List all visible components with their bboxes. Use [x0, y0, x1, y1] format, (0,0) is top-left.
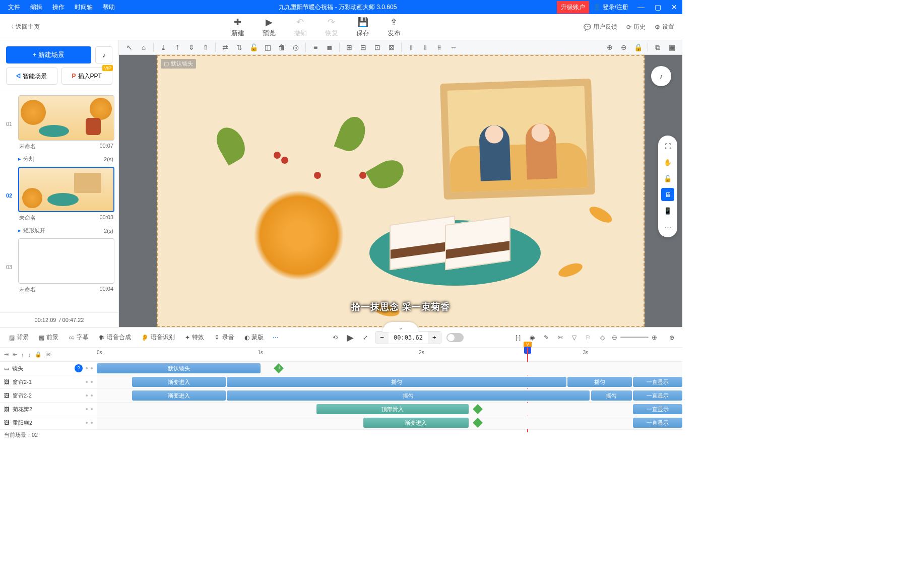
- background-button[interactable]: ▨ 背景: [6, 331, 32, 344]
- redo-button[interactable]: ↷恢复: [325, 17, 338, 38]
- clip-shake[interactable]: 摇匀: [567, 377, 632, 387]
- track-dot[interactable]: [86, 395, 88, 397]
- time-plus-button[interactable]: +: [428, 332, 441, 344]
- menu-file[interactable]: 文件: [4, 1, 24, 14]
- record-button[interactable]: 🎙 录音: [211, 331, 237, 344]
- track-label[interactable]: 🖼 重阳糕2: [0, 416, 97, 429]
- zoom-slider[interactable]: ⊖ ⊕: [612, 334, 657, 341]
- asr-button[interactable]: 👂 语音识别: [138, 331, 178, 344]
- clip-top-in[interactable]: 顶部滑入: [316, 404, 469, 414]
- arrange-icon[interactable]: ⊞: [343, 41, 356, 53]
- clip-fade-in[interactable]: 渐变进入: [132, 377, 226, 387]
- help-icon[interactable]: ?: [75, 364, 83, 372]
- track-label[interactable]: ▭ 镜头 ?: [0, 362, 97, 375]
- zoom-track[interactable]: [620, 337, 649, 338]
- eye-all-icon[interactable]: 👁: [46, 352, 51, 358]
- canvas-viewport[interactable]: ▢默认镜头 拾一抹思: [119, 55, 682, 327]
- filter-icon[interactable]: ▽: [570, 332, 579, 343]
- play-button[interactable]: ▶: [345, 330, 356, 345]
- menu-help[interactable]: 帮助: [99, 1, 119, 14]
- time-ruler[interactable]: 0s 1s 2s 3s V: [97, 348, 682, 361]
- zoom-in-icon[interactable]: ⊕: [652, 334, 657, 341]
- music-button[interactable]: ♪: [95, 46, 112, 63]
- more-button[interactable]: ⋯: [271, 332, 281, 343]
- keyframe-icon[interactable]: ◇: [598, 332, 607, 343]
- bracket-left-icon[interactable]: [·]: [514, 332, 523, 343]
- canvas-frame[interactable]: ▢默认镜头 拾一抹思: [157, 55, 645, 327]
- undo-button[interactable]: ↶撤销: [294, 17, 307, 38]
- smart-scene-button[interactable]: ᐊ智能场景: [6, 68, 57, 85]
- new-button[interactable]: ✚新建: [231, 17, 244, 38]
- camera-icon[interactable]: ◉: [528, 332, 537, 343]
- scene-thumbnail[interactable]: [18, 95, 114, 141]
- flip-h-icon[interactable]: ⇄: [219, 41, 232, 53]
- clip-fade-in[interactable]: 渐变进入: [132, 390, 226, 401]
- pointer-tool[interactable]: ↖: [123, 41, 136, 53]
- track-lane[interactable]: 渐变进入 一直显示: [97, 416, 682, 429]
- zoom-in-icon[interactable]: ⊕: [603, 41, 616, 53]
- snap-toggle[interactable]: [446, 333, 464, 342]
- fullscreen-icon[interactable]: ⛶: [661, 140, 674, 153]
- align-center-icon[interactable]: ≣: [323, 41, 336, 53]
- track-dot[interactable]: [86, 367, 88, 369]
- clip-shake[interactable]: 摇匀: [591, 390, 632, 401]
- effects-button[interactable]: ✦ 特效: [182, 331, 207, 344]
- track-dot[interactable]: [91, 395, 93, 397]
- lock-icon[interactable]: 🔓: [661, 172, 674, 185]
- more-icon[interactable]: ⋯: [661, 220, 674, 233]
- track-lane[interactable]: 顶部滑入 一直显示: [97, 403, 682, 416]
- spacing-icon[interactable]: ↔: [447, 41, 460, 53]
- scene-thumbnail[interactable]: [18, 167, 114, 212]
- spacing-icon[interactable]: ⫴: [405, 41, 418, 53]
- maximize-button[interactable]: ▢: [650, 1, 666, 13]
- clip-always[interactable]: 一直显示: [633, 390, 682, 401]
- clip-shake[interactable]: 摇匀: [227, 390, 590, 401]
- arrange-icon[interactable]: ⊠: [385, 41, 398, 53]
- history-link[interactable]: ⟳ 历史: [626, 23, 646, 31]
- delete-icon[interactable]: 🗑: [275, 41, 288, 53]
- mobile-icon[interactable]: 📱: [661, 204, 674, 217]
- menu-action[interactable]: 操作: [48, 1, 69, 14]
- transition-row[interactable]: ▸分割 2(s): [4, 154, 114, 167]
- screenshot-icon[interactable]: ▣: [665, 41, 678, 53]
- foreground-button[interactable]: ▩ 前景: [36, 331, 61, 344]
- arrange-icon[interactable]: ⊡: [371, 41, 384, 53]
- align-bottom-icon[interactable]: ⤓: [157, 41, 170, 53]
- marker-icon[interactable]: ⚐: [584, 332, 593, 343]
- track-dot[interactable]: [91, 408, 93, 410]
- music-fab[interactable]: ♪: [651, 66, 671, 86]
- edit-icon[interactable]: ✎: [542, 332, 551, 343]
- align-top-icon[interactable]: ⤒: [171, 41, 184, 53]
- track-dot[interactable]: [91, 381, 93, 383]
- distribute-icon[interactable]: ⇑: [199, 41, 212, 53]
- zoom-out-icon[interactable]: ⊖: [612, 334, 617, 341]
- align-left-icon[interactable]: ≡: [309, 41, 322, 53]
- mask-button[interactable]: ◐ 蒙版: [241, 331, 267, 344]
- track-label[interactable]: 🖼 菊花瓣2: [0, 403, 97, 416]
- settings-link[interactable]: ⚙ 设置: [655, 23, 674, 31]
- arrange-icon[interactable]: ⊟: [357, 41, 370, 53]
- spacing-icon[interactable]: ⫴: [419, 41, 432, 53]
- track-dot[interactable]: [86, 422, 88, 424]
- feedback-link[interactable]: 💬 用户反馈: [584, 23, 617, 31]
- group-icon[interactable]: ◫: [261, 41, 274, 53]
- track-dot[interactable]: [86, 381, 88, 383]
- upgrade-button[interactable]: 升级账户: [557, 1, 589, 14]
- add-track-button[interactable]: ⊕: [667, 332, 676, 343]
- lock-all-icon[interactable]: 🔒: [35, 351, 42, 358]
- track-lane[interactable]: 默认镜头: [97, 362, 682, 375]
- track-dot[interactable]: [91, 422, 93, 424]
- hand-tool-icon[interactable]: ✋: [661, 156, 674, 169]
- preview-button[interactable]: ▶预览: [263, 17, 276, 38]
- desktop-icon[interactable]: 🖥: [661, 188, 674, 201]
- keyframe-add[interactable]: [274, 363, 284, 373]
- transition-row[interactable]: ▸矩形展开 2(s): [4, 226, 114, 238]
- scene-item-03[interactable]: 03 未命名00:04: [4, 238, 114, 295]
- expand-button[interactable]: ⤢: [361, 332, 370, 343]
- clip-always[interactable]: 一直显示: [633, 418, 682, 428]
- keyframe[interactable]: [473, 418, 483, 428]
- new-scene-button[interactable]: + 新建场景: [6, 46, 91, 63]
- up-icon[interactable]: ↑: [21, 352, 24, 358]
- menu-timeline[interactable]: 时间轴: [71, 1, 97, 14]
- insert-ppt-button[interactable]: P插入PPTVIP: [61, 68, 113, 85]
